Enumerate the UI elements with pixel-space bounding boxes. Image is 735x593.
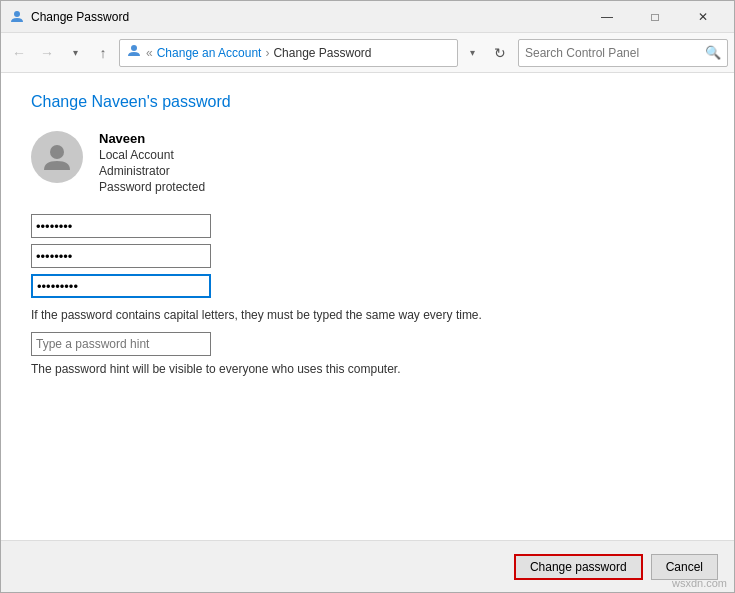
svg-point-2 (50, 145, 64, 159)
user-info: Naveen Local Account Administrator Passw… (99, 131, 205, 194)
search-button[interactable]: 🔍 (705, 45, 721, 60)
hint-visibility-note: The password hint will be visible to eve… (31, 362, 531, 376)
user-detail-role: Administrator (99, 164, 205, 178)
user-name: Naveen (99, 131, 205, 146)
cancel-button[interactable]: Cancel (651, 554, 718, 580)
change-password-button[interactable]: Change password (514, 554, 643, 580)
main-content: Change Naveen's password Naveen Local Ac… (1, 73, 734, 540)
minimize-button[interactable]: — (584, 1, 630, 33)
back-button[interactable]: ← (7, 41, 31, 65)
search-box: 🔍 (518, 39, 728, 67)
watermark: wsxdn.com (672, 577, 727, 589)
breadcrumb-separator2: › (265, 46, 269, 60)
capital-letters-hint: If the password contains capital letters… (31, 308, 531, 322)
forward-button[interactable]: → (35, 41, 59, 65)
breadcrumb-separator1: « (146, 46, 153, 60)
address-path: « Change an Account › Change Password (119, 39, 458, 67)
svg-point-0 (14, 11, 20, 17)
dropdown-history-button[interactable]: ▾ (63, 41, 87, 65)
user-detail-account: Local Account (99, 148, 205, 162)
confirm-password-input[interactable] (31, 274, 211, 298)
user-section: Naveen Local Account Administrator Passw… (31, 131, 704, 194)
up-button[interactable]: ↑ (91, 41, 115, 65)
page-title: Change Naveen's password (31, 93, 704, 111)
breadcrumb-path2: Change Password (273, 46, 371, 60)
svg-point-1 (131, 45, 137, 51)
window-icon (9, 9, 25, 25)
user-avatar (31, 131, 83, 183)
address-icon (126, 43, 142, 62)
refresh-button[interactable]: ↻ (486, 39, 514, 67)
current-password-input[interactable] (31, 214, 211, 238)
footer: Change password Cancel (1, 540, 734, 592)
breadcrumb-path1[interactable]: Change an Account (157, 46, 262, 60)
window-title: Change Password (31, 10, 584, 24)
user-detail-protection: Password protected (99, 180, 205, 194)
address-dropdown-button[interactable]: ▾ (462, 39, 482, 67)
new-password-input[interactable] (31, 244, 211, 268)
password-hint-input[interactable] (31, 332, 211, 356)
search-input[interactable] (525, 46, 701, 60)
close-button[interactable]: ✕ (680, 1, 726, 33)
password-fields (31, 214, 704, 298)
maximize-button[interactable]: □ (632, 1, 678, 33)
